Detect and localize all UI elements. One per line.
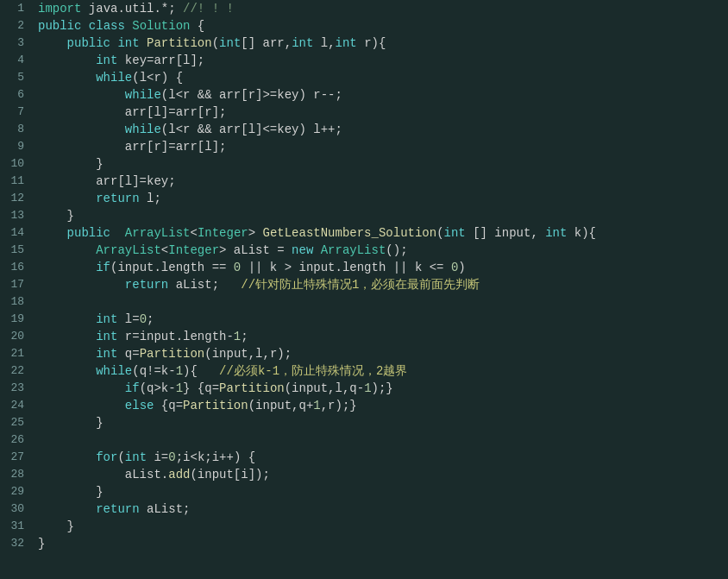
token-plain — [38, 192, 96, 205]
line-number: 9 — [3, 138, 24, 155]
token-plain: arr[l]=arr[r]; — [38, 105, 226, 119]
token-fn: Partition — [183, 399, 248, 412]
token-fn: Partition — [147, 36, 212, 50]
token-plain — [38, 347, 96, 361]
line-number: 14 — [3, 224, 24, 242]
line-number: 6 — [3, 86, 24, 104]
token-plain: l, — [313, 36, 335, 50]
code-line: int r=input.length-1; — [38, 328, 728, 345]
token-num: 1 — [234, 330, 241, 343]
token-plain — [38, 226, 67, 240]
token-kw: int — [96, 53, 117, 67]
code-editor: 1234567891011121314151617181920212223242… — [0, 0, 728, 579]
token-plain: ) — [458, 261, 465, 274]
token-plain — [38, 243, 96, 257]
token-kw: while — [125, 123, 161, 136]
code-line: import java.util.*; //! ! ! — [38, 0, 728, 17]
token-plain: ( — [212, 36, 219, 50]
token-num: 1 — [176, 381, 183, 395]
token-plain — [110, 226, 125, 240]
token-plain: } — [38, 485, 104, 499]
code-line: while(l<r) { — [38, 69, 728, 86]
line-number: 22 — [3, 362, 24, 380]
token-plain: aList; — [168, 278, 241, 292]
token-plain: );} — [372, 381, 393, 395]
token-kw: return — [96, 502, 139, 516]
line-number: 21 — [3, 345, 24, 362]
token-plain: q= — [117, 347, 139, 361]
token-fn: Partition — [219, 381, 285, 395]
token-plain — [125, 19, 132, 33]
token-plain: ,r);} — [321, 399, 357, 412]
token-plain: l= — [117, 312, 139, 326]
code-line: int q=Partition(input,l,r); — [38, 345, 728, 362]
token-plain: (l<r && arr[l]<=key) l++; — [161, 123, 342, 136]
token-kw: return — [96, 192, 139, 205]
token-plain: } — [38, 209, 74, 223]
token-kw: int — [219, 36, 241, 50]
code-line: aList.add(input[i]); — [38, 466, 728, 483]
token-plain — [81, 19, 88, 33]
token-plain: (input[i]); — [190, 468, 269, 481]
token-plain — [38, 36, 67, 50]
token-plain: key=arr[l]; — [117, 53, 204, 67]
token-plain: arr[l]=key; — [38, 174, 176, 188]
token-plain — [38, 364, 96, 378]
token-plain: } — [38, 416, 104, 430]
code-line: arr[l]=key; — [38, 173, 728, 190]
token-kw: if — [125, 381, 140, 395]
token-kw: else — [125, 399, 154, 412]
line-number: 10 — [3, 155, 24, 173]
token-plain: (input.length == — [110, 261, 234, 274]
code-line: if(input.length == 0 || k > input.length… — [38, 259, 728, 276]
token-kw2: import — [38, 2, 81, 16]
token-fn: GetLeastNumbers_Solution — [263, 226, 437, 240]
token-kw: int — [96, 330, 117, 343]
token-cls: Integer — [168, 243, 219, 257]
token-comment-cn: //必须k-1，防止特殊情况，2越界 — [219, 364, 407, 378]
token-plain: { — [190, 19, 204, 33]
token-plain: arr[r]=arr[l]; — [38, 140, 226, 154]
line-number: 1 — [3, 0, 24, 17]
token-kw: int — [292, 36, 313, 50]
token-num: 1 — [364, 381, 371, 395]
token-plain: > aList = — [219, 243, 292, 257]
line-number: 16 — [3, 259, 24, 276]
code-line: arr[l]=arr[r]; — [38, 104, 728, 121]
token-num: 1 — [313, 399, 320, 412]
token-plain: k){ — [567, 226, 596, 240]
token-cls: ArrayList — [96, 243, 161, 257]
token-plain: (input,q+ — [248, 399, 314, 412]
token-plain: } — [38, 519, 74, 533]
line-number: 8 — [3, 121, 24, 138]
token-plain: (input,l,r); — [204, 347, 292, 361]
token-plain — [313, 243, 320, 257]
token-kw: return — [125, 278, 168, 292]
token-plain: aList. — [38, 468, 168, 481]
line-number: 25 — [3, 414, 24, 431]
line-number: 27 — [3, 449, 24, 466]
token-plain: ( — [436, 226, 443, 240]
token-kw: int — [444, 226, 466, 240]
code-line: return aList; //针对防止特殊情况1，必须在最前面先判断 — [38, 276, 728, 293]
token-plain: (l<r && arr[r]>=key) r--; — [161, 88, 342, 102]
token-plain: ){ — [183, 364, 219, 378]
token-num: 0 — [234, 261, 241, 274]
token-kw: while — [96, 71, 132, 85]
token-plain — [38, 123, 125, 136]
token-comment: //! ! ! — [183, 2, 234, 16]
token-plain — [38, 381, 125, 395]
token-plain: < — [161, 243, 168, 257]
line-number: 18 — [3, 293, 24, 311]
line-number: 17 — [3, 276, 24, 293]
code-line: while(l<r && arr[l]<=key) l++; — [38, 121, 728, 138]
token-kw: public — [67, 36, 110, 50]
token-cls: ArrayList — [321, 243, 386, 257]
token-plain — [38, 53, 96, 67]
token-kw: public — [38, 19, 81, 33]
token-plain — [38, 278, 125, 292]
line-number: 29 — [3, 483, 24, 500]
code-line: } — [38, 414, 728, 431]
token-plain — [38, 312, 96, 326]
code-line: public int Partition(int[] arr,int l,int… — [38, 35, 728, 52]
